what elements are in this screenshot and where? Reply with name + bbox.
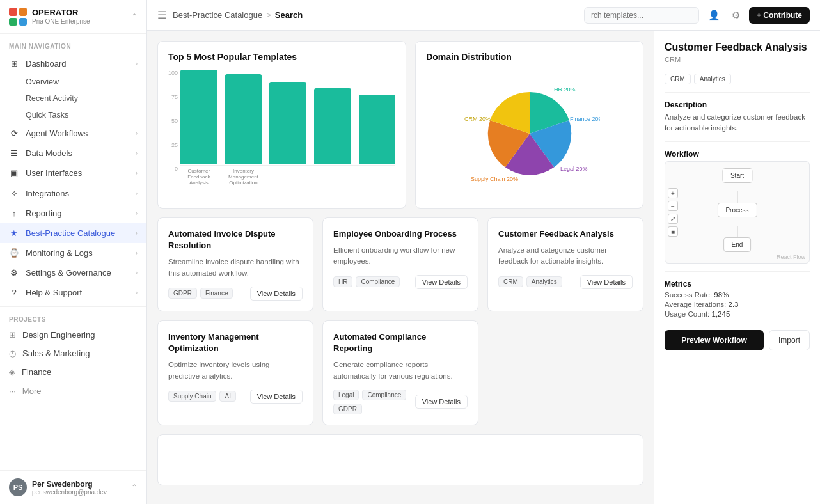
search-input[interactable] [584,7,699,24]
sidebar-footer[interactable]: PS Per Swedenborg per.swedenborg@pria.de… [0,470,146,504]
project-label-design: Design Engineering [22,330,95,340]
tag-hr: HR [333,276,352,287]
pie-chart-title: Domain Distribution [426,52,633,62]
chevron-icon: › [136,130,138,137]
sidebar-label-help: Help & Support [26,288,129,297]
brand-sub: Pria ONE Enterprise [32,18,90,26]
tag-legal: Legal [333,390,359,400]
dashboard-icon: ⊞ [9,59,19,68]
panel-actions: Preview Workflow Import [665,330,810,350]
breadcrumb-parent[interactable]: Best-Practice Catalogue [173,10,262,20]
sidebar-item-recent-activity[interactable]: Recent Activity [0,90,146,107]
gear-icon[interactable]: ⚙ [729,7,743,24]
user-menu-chevron[interactable]: ⌃ [131,483,138,492]
tag-gdpr2: GDPR [333,404,362,414]
sidebar-item-best-practice[interactable]: ★ Best-Practice Catalogue › [0,223,146,243]
metric-success-rate: Success Rate: 98% [665,291,810,299]
chevron-icon: › [136,150,138,157]
bar-1 [180,70,217,164]
card-onboarding-desc: Efficient onboarding workflow for new em… [333,245,468,267]
bar-label-3 [269,168,306,185]
bars-area: Customer Feedback Analysis Inventory Man… [180,70,395,185]
wf-zoom-out-btn[interactable]: − [668,201,678,211]
view-details-btn-inventory[interactable]: View Details [250,390,303,404]
logo-dot-4 [19,18,28,26]
brand-name: OPERATOR [32,8,90,18]
data-models-icon: ☰ [9,148,19,158]
bar-2 [225,74,262,164]
sidebar-label-reporting: Reporting [26,209,129,218]
metric-iter-label: Average Iterations: [665,301,729,308]
card-feedback-footer: CRM Analytics View Details [498,275,633,289]
pie-chart-card: Domain Distribution [415,41,643,209]
wf-node-start: Start [722,168,752,183]
sidebar-label-integrations: Integrations [26,189,129,198]
sidebar-item-monitoring[interactable]: ⌚ Monitoring & Logs › [0,243,146,263]
sidebar-item-more[interactable]: ··· More [0,381,146,401]
card-compliance-title: Automated Compliance Reporting [333,331,468,354]
monitoring-icon: ⌚ [9,248,19,258]
view-details-btn-compliance[interactable]: View Details [415,395,468,409]
project-icon-finance: ◈ [9,367,15,377]
card-inventory-footer: Supply Chain AI View Details [168,390,303,404]
view-details-btn-onboarding[interactable]: View Details [415,275,468,289]
sidebar-item-integrations[interactable]: ⟡ Integrations › [0,183,146,203]
breadcrumb-separator: > [266,10,271,20]
sidebar-item-settings[interactable]: ⚙ Settings & Governance › [0,263,146,283]
y-75: 75 [168,94,178,100]
sidebar-item-reporting[interactable]: ↑ Reporting › [0,203,146,223]
sidebar-item-agent-workflows[interactable]: ⟳ Agent Workflows › [0,123,146,143]
project-item-design-eng[interactable]: ⊞ Design Engineering [0,326,146,344]
contribute-button[interactable]: + Contribute [749,7,810,24]
chevron-icon: › [136,169,138,177]
metrics-heading: Metrics [665,280,810,288]
main-area: ☰ Best-Practice Catalogue > Search 👤 ⚙ +… [147,0,820,504]
y-25: 25 [168,142,178,148]
sidebar-toggle-chevron[interactable]: ⌃ [131,12,138,21]
user-icon[interactable]: 👤 [706,7,723,24]
sidebar-item-overview[interactable]: Overview [0,74,146,90]
user-details: Per Swedenborg per.swedenborg@pria.dev [32,480,107,496]
project-label-sales: Sales & Marketing [22,349,90,358]
panel-metrics: Metrics Success Rate: 98% Average Iterat… [665,280,810,320]
content-area: Top 5 Most Popular Templates 100 75 50 2… [147,31,820,504]
avatar: PS [9,478,27,496]
wf-lock-btn[interactable]: ■ [668,226,678,237]
card-feedback-tags: CRM Analytics [498,276,562,287]
preview-workflow-button[interactable]: Preview Workflow [665,330,764,350]
sidebar-item-help[interactable]: ? Help & Support › [0,283,146,303]
view-details-btn-invoice[interactable]: View Details [250,287,303,301]
panel-divider-1 [665,92,810,93]
project-item-sales-mkt[interactable]: ◷ Sales & Marketing [0,344,146,363]
sidebar-toggle-btn[interactable]: ☰ [157,9,166,21]
description-heading: Description [665,100,810,109]
bar-chart-area: 100 75 50 25 0 [168,70,395,198]
bar-fill-2 [225,74,262,164]
chevron-icon: › [136,210,138,217]
sidebar-item-dashboard[interactable]: ⊞ Dashboard › [0,54,146,74]
description-text: Analyze and categorize customer feedback… [665,112,810,134]
agent-workflows-icon: ⟳ [9,129,19,138]
card-feedback-title: Customer Feedback Analysis [498,228,633,240]
wf-fit-btn[interactable]: ⤢ [668,214,678,224]
right-panel: Customer Feedback Analysis CRM CRM Analy… [654,31,820,504]
y-0: 0 [168,166,178,172]
bar-5 [359,95,396,164]
pie-label-legal: Legal 20% [560,166,588,172]
sidebar-item-quick-tasks[interactable]: Quick Tasks [0,107,146,123]
wf-zoom-in-btn[interactable]: + [668,188,678,198]
sidebar-item-data-models[interactable]: ☰ Data Models › [0,143,146,163]
import-button[interactable]: Import [769,330,810,350]
view-details-btn-feedback[interactable]: View Details [580,275,633,289]
user-info: PS Per Swedenborg per.swedenborg@pria.de… [9,478,107,496]
metric-usage-value: 1,245 [712,310,730,318]
wf-arrow-2 [737,226,737,237]
topbar-left: ☰ Best-Practice Catalogue > Search [157,9,303,21]
user-interfaces-icon: ▣ [9,168,19,178]
sidebar-item-user-interfaces[interactable]: ▣ User Interfaces › [0,163,146,183]
panel-tag-crm: CRM [665,74,691,84]
bar-label-1: Customer Feedback Analysis [180,168,217,185]
project-item-finance[interactable]: ◈ Finance [0,363,146,381]
tag-compliance2: Compliance [362,390,406,400]
sidebar-label-monitoring: Monitoring & Logs [26,248,129,258]
